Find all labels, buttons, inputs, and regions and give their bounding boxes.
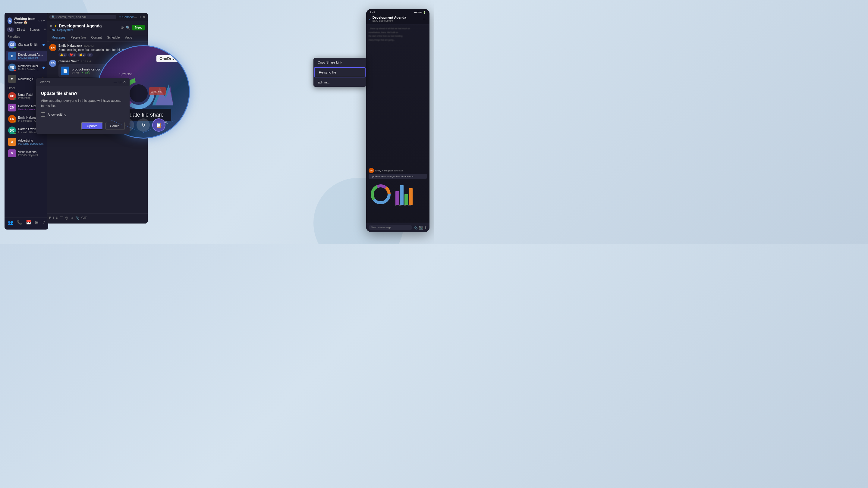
reaction[interactable]: 👏 2 — [78, 53, 86, 57]
star-icon[interactable]: ★ — [54, 24, 57, 28]
add-icon[interactable]: + — [43, 19, 45, 23]
italic-icon[interactable]: I — [53, 216, 54, 220]
reaction-add[interactable]: ☺ — [87, 53, 93, 57]
cancel-button[interactable]: Cancel — [105, 122, 125, 130]
mobile-emily-bubble: ...problem, we're still regardless. Grea… — [369, 174, 427, 178]
mobile-send-icon[interactable]: ⬆ — [424, 226, 427, 230]
tab-all[interactable]: All — [7, 27, 14, 32]
list-icon[interactable]: ☰ — [60, 216, 63, 220]
mobile-messages-area: ...these up ahead of all that we had muc… — [366, 24, 430, 223]
mobile-signal: ▪▪▪ WiFi 🔋 — [414, 11, 426, 14]
emoji-icon[interactable]: ☺ — [70, 216, 73, 220]
mobile-time: 9:41 — [370, 11, 375, 14]
search-chat-icon[interactable]: 🔍 — [126, 26, 130, 30]
underline-icon[interactable]: U — [56, 216, 58, 220]
contact-info: Advertising Marketing Department — [18, 139, 44, 145]
dialog-minimize[interactable]: — — [114, 80, 117, 84]
sync-circle-icon[interactable]: ↻ — [136, 119, 150, 132]
close-icon[interactable]: ✕ — [143, 15, 145, 19]
bold-icon[interactable]: B — [49, 216, 51, 220]
mobile-options-icon[interactable]: ⋯ — [423, 17, 427, 21]
allow-editing-checkbox[interactable] — [41, 112, 45, 117]
contact-avatar: MB — [8, 64, 16, 71]
mobile-chat-info: Development Agenda ENG deployment — [373, 16, 421, 22]
chat-header-actions: ⟳ 🔍 Meet — [121, 25, 145, 30]
tab-content[interactable]: Content — [89, 34, 104, 41]
mobile-attach-icon[interactable]: 📎 — [413, 226, 418, 230]
apps-icon[interactable]: ⊞ — [35, 220, 38, 225]
dialog-body: Update file share? After updating, every… — [36, 86, 130, 134]
meetings-icon[interactable]: 📅 — [26, 220, 31, 225]
maximize-icon[interactable]: □ — [138, 15, 141, 19]
status-dot — [14, 132, 16, 134]
window-titlebar: 🔍 Search, meet, and call ⊞ Connect — □ ✕ — [47, 13, 148, 21]
next-icon[interactable]: › — [41, 19, 42, 23]
mobile-chat-name: Development Agenda — [373, 16, 421, 19]
dialog-maximize[interactable]: □ — [119, 80, 121, 84]
sidebar-tabs: All Direct Spaces ≡ — [4, 26, 48, 33]
reaction[interactable]: 👍 1 — [59, 53, 67, 57]
sync-icon[interactable]: ⟳ — [121, 26, 124, 30]
connect-label[interactable]: Connect — [122, 15, 133, 19]
sidebar-item-dev-agenda[interactable]: D Development Agenda ENG Deployment — [6, 51, 47, 61]
sidebar-item-clarissa[interactable]: CS Clarissa Smith — [6, 39, 47, 50]
mobile-chat-header: ‹ Development Agenda ENG deployment ⋯ — [366, 14, 430, 24]
gif-icon[interactable]: GIF — [82, 216, 87, 220]
attachment-icon[interactable]: 📎 — [75, 216, 80, 220]
settings-icon[interactable]: ⚙ — [50, 24, 53, 28]
contact-name: Clarissa Smith — [18, 43, 40, 46]
dialog-close[interactable]: ✕ — [123, 80, 126, 84]
sidebar-menu-icon[interactable]: ≡ — [44, 27, 46, 32]
mobile-panel: 9:41 ▪▪▪ WiFi 🔋 ‹ Development Agenda ENG… — [366, 9, 430, 232]
update-button[interactable]: Update — [82, 122, 103, 130]
tab-direct[interactable]: Direct — [15, 27, 27, 32]
search-icon: 🔍 — [52, 15, 55, 19]
help-icon[interactable]: ? — [43, 220, 45, 225]
message-time: 8:28 AM — [81, 60, 91, 63]
edit-in[interactable]: Edit in... — [313, 78, 366, 87]
tab-messages[interactable]: Messages — [49, 34, 68, 41]
svg-point-21 — [375, 189, 386, 200]
meet-button[interactable]: Meet — [132, 25, 145, 30]
tab-people[interactable]: People (30) — [68, 34, 88, 41]
mobile-composer: Send a message 📎 📷 ⬆ — [366, 223, 430, 232]
back-button[interactable]: ‹ — [369, 17, 371, 22]
status-dot-online — [14, 46, 16, 48]
wifi-icon: WiFi — [417, 11, 422, 14]
sidebar-item-matthew[interactable]: MB Matthew Baker Do Not Disturb · Out fo… — [6, 62, 47, 73]
search-bar[interactable]: 🔍 Search, meet, and call — [49, 15, 116, 19]
minimize-icon[interactable]: — — [133, 15, 137, 19]
tab-spaces[interactable]: Spaces — [28, 27, 41, 32]
prev-icon[interactable]: ‹ — [38, 19, 39, 23]
reaction[interactable]: ❤️ 2 — [68, 53, 77, 57]
re-sync-file[interactable]: Re-sync file — [314, 67, 366, 77]
file-icon: 📄 — [61, 67, 69, 75]
dialog-buttons: Update Cancel — [41, 122, 125, 130]
sidebar-item-advertising[interactable]: A Advertising Marketing Department — [6, 136, 47, 147]
dialog-title: Update file share? — [41, 91, 125, 96]
chat-header-info: ⚙ ★ Development Agenda ENG Deployment — [50, 24, 102, 32]
phone-icon[interactable]: 📞 — [17, 220, 22, 225]
tab-schedule[interactable]: Schedule — [105, 34, 122, 41]
contact-avatar: CS — [8, 41, 16, 48]
contact-name: Matthew Baker — [18, 64, 40, 68]
contact-status: ENG Deployment — [18, 56, 44, 59]
contact-name: Marketing Collateral — [18, 77, 39, 81]
mention-icon[interactable]: @ — [65, 216, 68, 220]
cursor-indicator: ↖ — [164, 120, 168, 126]
dialog-titlebar: Webex — □ ✕ — [36, 78, 130, 86]
share-circle-icon[interactable]: 📋 — [152, 119, 165, 132]
contacts-icon[interactable]: 👥 — [8, 220, 13, 225]
connect-section: ⊞ Connect — [119, 15, 133, 19]
unread-indicator — [42, 67, 44, 69]
chat-title-row: ⚙ ★ Development Agenda — [50, 24, 102, 28]
copy-share-link[interactable]: Copy Share Link — [313, 58, 366, 67]
sidebar-item-visualizations[interactable]: V Visualizations ENG Deployment — [6, 148, 47, 159]
tab-apps[interactable]: Apps — [123, 34, 134, 41]
svg-text:MZ: MZ — [399, 204, 401, 206]
battery-icon: 🔋 — [423, 11, 426, 14]
message-author: Emily Nakagawa — [59, 44, 82, 47]
mobile-message-input[interactable]: Send a message — [369, 225, 412, 230]
mobile-camera-icon[interactable]: 📷 — [419, 226, 423, 230]
svg-rect-22 — [396, 191, 399, 205]
